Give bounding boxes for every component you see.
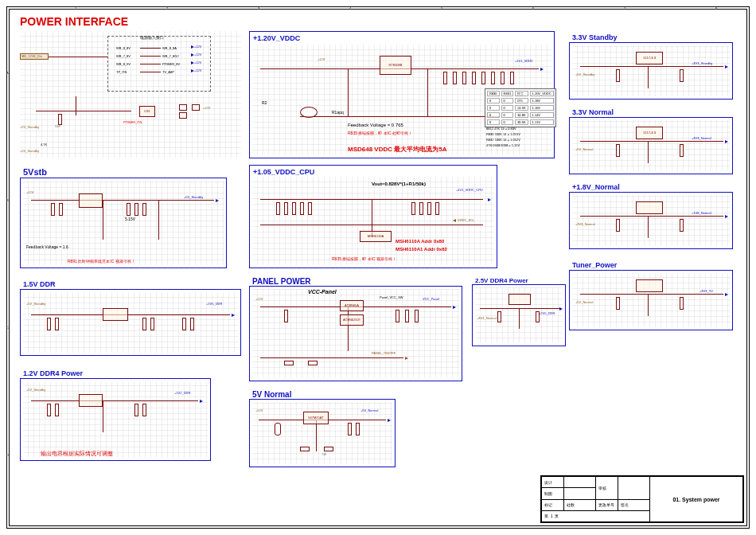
c3	[462, 72, 466, 84]
n5v-c3	[356, 423, 360, 435]
c8	[510, 72, 514, 84]
cpu-c8	[427, 202, 431, 215]
tuner-title: Tuner_Power	[572, 261, 617, 269]
ao8n6250t: AO8N6250T	[340, 314, 364, 326]
mb-12v-in-label: MB_12V8_Din	[21, 54, 42, 58]
stb33-c2	[680, 69, 684, 82]
ddr15-reg	[103, 308, 128, 321]
bus-12v-4: +12V	[194, 68, 201, 72]
fivestb-box: +12V +5V_Standby Feedback Voltage = 1.6 …	[20, 178, 227, 268]
stb-b: +5V_Standby	[20, 149, 39, 153]
c5	[481, 72, 485, 84]
col-tick-2: 2	[166, 6, 168, 10]
row-tick-B: B	[6, 198, 9, 202]
d25-c1	[497, 311, 501, 322]
n33-out: +3V3_Normal	[692, 136, 711, 140]
power-in-dashed-box: 电源输入接口 WB_8_8V WB_8_8A WB_7_8V WB_7_8G2 …	[107, 36, 211, 92]
tuner-block: Tuner_Power +5V_Normal +3V3_TU	[569, 259, 733, 332]
panel-c4	[415, 310, 419, 322]
val47k: 4.7K	[41, 143, 47, 146]
page-title: POWER INTERFACE	[20, 15, 128, 28]
col-tick-1: 1	[75, 6, 76, 10]
pin-1b: WB_8_8A	[162, 46, 177, 50]
ddr25-in: +3V3_Normal	[477, 316, 497, 320]
cn-note-vddc: R835 接端按图，即 本IC 处即引线！	[348, 131, 412, 135]
power-interface-block: 电源输入接口 WB_8_8V WB_8_8A WB_7_8V WB_7_8G2 …	[20, 31, 241, 158]
ldo-33n: 1117-3.3	[636, 127, 663, 139]
normal-33-title: 3.3V Normal	[572, 108, 614, 116]
c7	[501, 72, 505, 84]
c878-lbl: 10nF	[55, 125, 60, 128]
panel-onoff: PANEL_ON/OFF	[372, 351, 396, 355]
val515: 5.15V	[125, 217, 135, 221]
ddr15-title: 1.5V DDR	[23, 280, 56, 288]
cpu-c5	[308, 202, 312, 215]
l810	[179, 112, 187, 119]
ddr12-in: +5V_Standby	[26, 388, 45, 392]
normal-5v-title: 5V Normal	[252, 390, 291, 399]
tuner-out-arrow	[725, 293, 728, 296]
arrow-2	[191, 53, 194, 57]
panel-onoff-arrow	[405, 357, 408, 360]
ldo-25	[509, 294, 531, 305]
ddr15-c3	[142, 318, 146, 330]
panel-c2	[396, 310, 399, 322]
ddr12-reg	[79, 394, 103, 407]
sheet-label: 第	[544, 514, 548, 518]
vddc-cpu-out: +1V1_VDDC_CPU	[456, 188, 483, 192]
col-tick-7: 7	[624, 6, 625, 10]
ddr4-12-box: +5V_Standby +1V2_DDR 输出电容根据实际情况可调整	[20, 378, 211, 461]
title-block: 设计 审核 01. System power 制图 标记 处数 更改单号 签名 …	[540, 475, 744, 523]
panel-power-box: VCC-Panel AO8N65A AO8N6250T +12V VCC_Pan…	[249, 286, 462, 381]
n33-c1	[616, 144, 620, 157]
vddc-cpu-block: +1.05_VDDC_CPU Vout=1.0616V Vout=0.828V*…	[249, 165, 497, 268]
ddr4-25-title: 2.5V DDR4 Power	[475, 277, 528, 284]
sheet-of: 页	[555, 514, 559, 518]
vout2: Vout=0.828V*(1+R1/50k)	[372, 182, 426, 186]
ddr25-out: +2V5_DDR	[539, 311, 555, 315]
d25-c2	[536, 311, 540, 322]
tb-h4: 签名	[618, 499, 650, 510]
5vstb-c4	[134, 203, 138, 216]
n5v-10k: 10K	[322, 453, 326, 456]
ldo-tuner	[636, 279, 663, 292]
bus-12v-2: +12V	[194, 53, 201, 57]
stb-c: +12V	[203, 106, 210, 110]
5vstb-c3	[127, 203, 131, 216]
sheet-title: 01. System power	[650, 477, 743, 522]
u31-chip: U31	[139, 106, 155, 117]
r2-label: R2	[262, 100, 267, 105]
ddr15-out: +1V5_DDR	[206, 302, 222, 306]
rt8508b-chip: RT8508B	[380, 56, 411, 75]
n33-in: +5V_Normal	[575, 147, 593, 151]
n5v-ec1	[275, 423, 281, 435]
vddc-out: +1V1_VDDC	[515, 59, 533, 63]
ddr15-c5	[182, 318, 186, 330]
panel-out: VCC_Panel	[423, 297, 439, 301]
vddc-scl: VDDC_SCL	[458, 218, 474, 222]
cpu-cn: R835 接端按图，即 本IC 视器引线！	[332, 256, 396, 261]
u811	[79, 193, 103, 208]
ddr4-25-block: 2.5V DDR4 Power +3V3_Normal +2V5_DDR	[472, 275, 566, 348]
pin-3a: WB_8_9V	[116, 62, 131, 66]
panel-power-title: PANEL POWER	[252, 277, 311, 286]
tuner-out: +3V3_TU	[699, 289, 713, 293]
vddc-cpu-out-arrow	[488, 198, 491, 201]
ddr15-block: 1.5V DDR +5V_Standby +1V5_DDR	[20, 278, 241, 357]
cpu-c1	[276, 202, 280, 215]
vddc-scl-arrow	[453, 219, 456, 222]
d12-c3	[134, 404, 138, 416]
tb-r3: 审核	[596, 477, 618, 500]
vddc-in: +12V	[318, 57, 325, 61]
cpu-c2	[284, 202, 288, 215]
panel-sw: Panel_VCC_SW	[380, 295, 403, 299]
arrow-3	[191, 61, 194, 64]
n5v-r2	[324, 447, 333, 451]
fivestb-block: 5Vstb +12V +5V_Standby Feedback Voltage …	[20, 165, 227, 268]
fivestb-title: 5Vstb	[23, 167, 47, 177]
vddc-cpu-title: +1.05_VDDC_CPU	[253, 168, 314, 176]
5vstb-in: +12V	[26, 190, 33, 194]
n18-c2	[680, 219, 684, 232]
normal-18-box: +3V3_Normal +1V8_Normal	[569, 192, 733, 249]
tuner-c2	[680, 297, 684, 310]
